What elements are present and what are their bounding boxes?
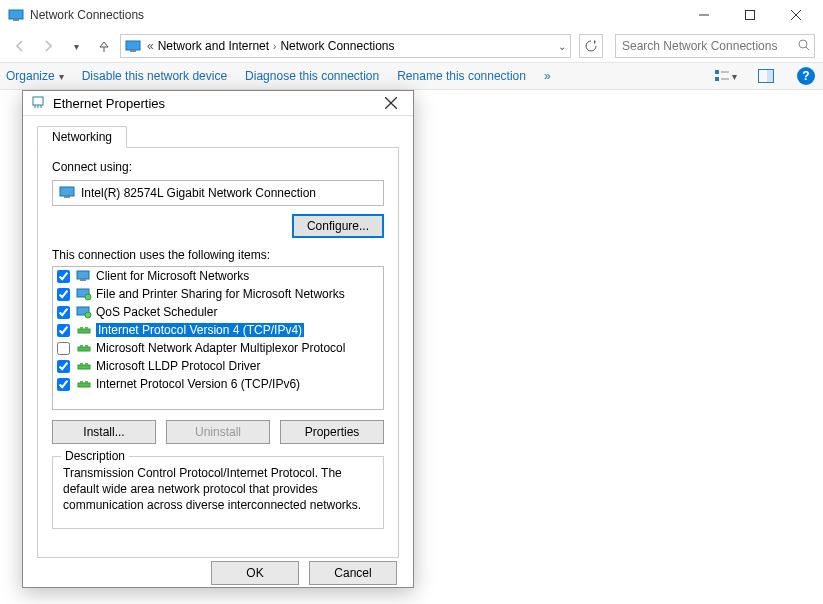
svg-rect-7	[126, 41, 140, 50]
view-options-button[interactable]: ▾	[715, 65, 737, 87]
svg-rect-12	[715, 77, 719, 81]
dialog-titlebar[interactable]: Ethernet Properties	[23, 91, 413, 116]
adapter-field: Intel(R) 82574L Gigabit Network Connecti…	[52, 180, 384, 206]
svg-rect-40	[78, 383, 90, 387]
tab-content: Connect using: Intel(R) 82574L Gigabit N…	[37, 148, 399, 558]
network-item-icon	[76, 341, 92, 355]
adapter-icon	[59, 185, 75, 202]
svg-rect-36	[85, 345, 88, 347]
svg-rect-11	[715, 70, 719, 74]
network-item-row[interactable]: QoS Packet Scheduler	[53, 303, 383, 321]
network-item-name: File and Printer Sharing for Microsoft N…	[96, 287, 345, 301]
breadcrumb-segment[interactable]: Network and Internet	[158, 39, 269, 53]
network-item-icon	[76, 287, 92, 301]
network-item-icon	[76, 305, 92, 319]
svg-rect-42	[85, 381, 88, 383]
network-item-row[interactable]: File and Printer Sharing for Microsoft N…	[53, 285, 383, 303]
network-item-name: Client for Microsoft Networks	[96, 269, 249, 283]
diagnose-connection-button[interactable]: Diagnose this connection	[245, 69, 379, 83]
network-item-row[interactable]: Internet Protocol Version 6 (TCP/IPv6)	[53, 375, 383, 393]
svg-rect-38	[80, 363, 83, 365]
description-text: Transmission Control Protocol/Internet P…	[63, 465, 373, 514]
adapter-name: Intel(R) 82574L Gigabit Network Connecti…	[81, 186, 316, 200]
chevron-down-icon: ▾	[732, 71, 737, 82]
address-dropdown-button[interactable]: ⌄	[558, 41, 566, 52]
search-input[interactable]	[620, 38, 798, 54]
overflow-button[interactable]: »	[544, 69, 551, 83]
properties-button[interactable]: Properties	[280, 420, 384, 444]
preview-pane-button[interactable]	[755, 65, 777, 87]
network-item-row[interactable]: Microsoft LLDP Protocol Driver	[53, 357, 383, 375]
svg-rect-1	[13, 19, 19, 21]
organize-menu[interactable]: Organize ▾	[6, 69, 64, 83]
network-item-checkbox[interactable]	[57, 378, 70, 391]
connect-using-label: Connect using:	[52, 160, 384, 174]
forward-button[interactable]	[36, 34, 60, 58]
window-controls	[681, 0, 819, 30]
svg-rect-41	[80, 381, 83, 383]
ok-button[interactable]: OK	[211, 561, 299, 585]
disable-device-button[interactable]: Disable this network device	[82, 69, 227, 83]
address-bar[interactable]: « Network and Internet › Network Connect…	[120, 34, 571, 58]
svg-rect-35	[80, 345, 83, 347]
cancel-button[interactable]: Cancel	[309, 561, 397, 585]
svg-point-9	[799, 40, 807, 48]
svg-rect-25	[77, 271, 89, 279]
network-item-name: Internet Protocol Version 4 (TCP/IPv4)	[96, 323, 304, 337]
network-item-checkbox[interactable]	[57, 306, 70, 319]
svg-line-10	[806, 47, 809, 50]
search-box[interactable]	[615, 34, 815, 58]
network-item-name: Microsoft Network Adapter Multiplexor Pr…	[96, 341, 345, 355]
dialog-body: Networking Connect using: Intel(R) 82574…	[23, 116, 413, 558]
recent-locations-button[interactable]: ▾	[64, 34, 88, 58]
svg-rect-24	[64, 196, 70, 198]
network-item-checkbox[interactable]	[57, 342, 70, 355]
network-item-icon	[76, 269, 92, 283]
chevron-right-icon[interactable]: ›	[273, 41, 276, 52]
minimize-button[interactable]	[681, 0, 727, 30]
configure-button[interactable]: Configure...	[292, 214, 384, 238]
network-item-icon	[76, 359, 92, 373]
network-items-listbox[interactable]: Client for Microsoft NetworksFile and Pr…	[52, 266, 384, 410]
network-item-checkbox[interactable]	[57, 360, 70, 373]
network-item-checkbox[interactable]	[57, 270, 70, 283]
up-button[interactable]	[92, 34, 116, 58]
explorer-window: Network Connections ▾ « Network and Inte…	[0, 0, 823, 604]
network-item-name: Microsoft LLDP Protocol Driver	[96, 359, 261, 373]
rename-connection-button[interactable]: Rename this connection	[397, 69, 526, 83]
close-button[interactable]	[773, 0, 819, 30]
svg-rect-34	[78, 347, 90, 351]
chevron-down-icon: ▾	[59, 71, 64, 82]
svg-rect-8	[130, 50, 136, 52]
network-item-checkbox[interactable]	[57, 324, 70, 337]
svg-point-30	[85, 312, 91, 318]
network-item-checkbox[interactable]	[57, 288, 70, 301]
network-item-row[interactable]: Internet Protocol Version 4 (TCP/IPv4)	[53, 321, 383, 339]
tab-strip: Networking	[37, 122, 399, 148]
search-icon[interactable]	[798, 39, 810, 54]
refresh-button[interactable]	[579, 34, 603, 58]
window-titlebar: Network Connections	[0, 0, 823, 30]
breadcrumb-segment[interactable]: Network Connections	[280, 39, 394, 53]
navigation-bar: ▾ « Network and Internet › Network Conne…	[0, 30, 823, 62]
install-button[interactable]: Install...	[52, 420, 156, 444]
help-button[interactable]: ?	[795, 65, 817, 87]
svg-rect-39	[85, 363, 88, 365]
dialog-close-button[interactable]	[375, 91, 407, 115]
network-connections-icon	[8, 7, 24, 23]
breadcrumb-prefix: «	[147, 39, 154, 53]
svg-rect-23	[60, 187, 74, 196]
network-item-row[interactable]: Client for Microsoft Networks	[53, 267, 383, 285]
help-icon: ?	[797, 67, 815, 85]
svg-rect-3	[746, 11, 755, 20]
network-item-row[interactable]: Microsoft Network Adapter Multiplexor Pr…	[53, 339, 383, 357]
tab-networking[interactable]: Networking	[37, 126, 127, 148]
dialog-footer: OK Cancel	[23, 558, 413, 587]
svg-rect-32	[80, 327, 83, 329]
svg-rect-17	[33, 97, 43, 105]
svg-rect-37	[78, 365, 90, 369]
svg-rect-26	[80, 279, 86, 281]
network-item-icon	[76, 323, 92, 337]
maximize-button[interactable]	[727, 0, 773, 30]
back-button[interactable]	[8, 34, 32, 58]
